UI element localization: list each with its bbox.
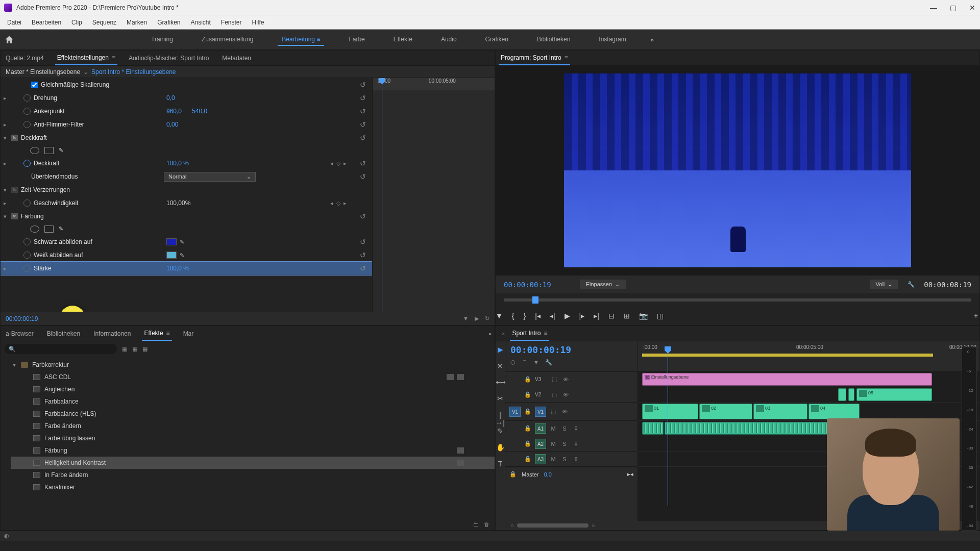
reset-icon[interactable]: ↺ [360, 264, 366, 272]
tab-effects[interactable]: Effekte≡ [142, 327, 172, 341]
delete-icon[interactable]: 🗑 [484, 521, 489, 528]
menu-sequenz[interactable]: Sequenz [87, 17, 121, 28]
tab-effect-controls[interactable]: Effekteinstellungen≡ [55, 51, 117, 65]
tint-amount-value[interactable]: 100,0 % [166, 265, 189, 272]
preset-angleichen[interactable]: Angleichen [11, 383, 495, 395]
clip-video[interactable] [838, 388, 846, 401]
chevron-down-icon[interactable]: ⌄ [83, 68, 88, 76]
preset-faerbung[interactable]: Färbung [11, 444, 495, 457]
tab-markers[interactable]: Mar [181, 327, 196, 340]
eyedropper-icon[interactable]: ✎ [180, 252, 184, 259]
mask-pen-icon[interactable]: ✎ [59, 226, 68, 233]
tab-sequence[interactable]: Sport Intro≡ [510, 327, 549, 341]
reset-icon[interactable]: ↺ [360, 94, 366, 102]
master-value[interactable]: 0,0 [544, 471, 552, 478]
track-record-icon[interactable]: 🎙 [572, 425, 580, 432]
settings-icon[interactable]: 🔧 [545, 359, 552, 367]
razor-tool[interactable]: ✂ [496, 394, 505, 404]
menu-marken[interactable]: Marken [121, 17, 152, 28]
twirl-icon[interactable]: ▾ [4, 213, 7, 220]
ripple-edit-tool[interactable]: ⟷ [496, 378, 505, 387]
wrench-icon[interactable]: 🔧 [908, 281, 915, 288]
track-lock-icon[interactable]: 🔒 [524, 391, 532, 398]
clip-video[interactable]: 05 [856, 388, 932, 401]
rotation-value[interactable]: 0,0 [166, 94, 175, 102]
clip-video-01[interactable]: 01 [642, 404, 698, 419]
reset-icon[interactable]: ↺ [360, 251, 366, 259]
track-mute-icon[interactable]: M [549, 456, 557, 462]
workspace-instagram[interactable]: Instagram [595, 34, 630, 46]
panel-menu-icon[interactable]: ≡ [112, 54, 115, 61]
clip-video-04[interactable]: 04 [808, 404, 860, 419]
extract-button[interactable]: ⊞ [624, 312, 630, 320]
reset-icon[interactable]: ↺ [360, 172, 366, 181]
stopwatch-icon[interactable] [23, 94, 31, 102]
button-editor-icon[interactable]: ＋ [972, 311, 979, 320]
stopwatch-icon[interactable] [23, 199, 31, 207]
preset-in-farbe-aendern[interactable]: In Farbe ändern [11, 469, 495, 481]
clip-video[interactable] [848, 388, 854, 401]
menu-fenster[interactable]: Fenster [216, 17, 247, 28]
mark-out-button[interactable]: } [524, 312, 526, 320]
resolution-dropdown[interactable]: Voll⌄ [870, 280, 899, 289]
stopwatch-icon[interactable] [23, 121, 31, 128]
timeline-ruler[interactable]: :00:00 00:00:05:00 00:00:10:00 [638, 341, 980, 371]
workspace-audio[interactable]: Audio [437, 34, 461, 46]
ec-timecode[interactable]: 00:00:00:19 [6, 315, 38, 322]
next-keyframe-icon[interactable]: ▸ [344, 200, 347, 207]
reset-icon[interactable]: ↺ [360, 107, 366, 115]
program-timecode-in[interactable]: 00:00:00:19 [504, 281, 551, 289]
preset-asc-cdl[interactable]: ASC CDL [11, 371, 495, 383]
home-icon[interactable] [4, 35, 14, 45]
workspace-bibliotheken[interactable]: Bibliotheken [533, 34, 574, 46]
step-back-button[interactable]: ◂| [550, 312, 555, 320]
play-button[interactable]: ▶ [565, 312, 570, 320]
reset-icon[interactable]: ↺ [360, 159, 366, 167]
panel-menu-icon[interactable]: ≡ [544, 330, 547, 337]
opacity-value[interactable]: 100,0 % [166, 160, 189, 167]
mask-rect-icon[interactable] [44, 147, 54, 154]
accelerated-filter-icon[interactable]: ▦ [122, 346, 127, 353]
mark-in-button[interactable]: { [512, 312, 514, 320]
track-sync-icon[interactable]: ⬚ [550, 376, 558, 383]
track-record-icon[interactable]: 🎙 [572, 441, 580, 447]
minimize-button[interactable]: — [930, 4, 937, 11]
panel-menu-icon[interactable]: ≡ [166, 330, 170, 337]
go-to-in-button[interactable]: |◂ [535, 312, 541, 320]
uniform-scale-checkbox[interactable] [31, 82, 38, 88]
menu-ansicht[interactable]: Ansicht [185, 17, 215, 28]
track-label[interactable]: V2 [535, 392, 547, 397]
mask-rect-icon[interactable] [44, 226, 54, 233]
timeline-playhead-icon[interactable] [668, 353, 668, 506]
clip-adjustment-layer[interactable]: fx Einstellungsebene [642, 373, 932, 386]
reset-icon[interactable]: ↺ [360, 238, 366, 246]
close-button[interactable]: ✕ [969, 4, 976, 11]
menu-bearbeiten[interactable]: Bearbeiten [27, 17, 66, 28]
twirl-icon[interactable]: ▾ [4, 187, 7, 193]
track-target-a2[interactable]: A2 [535, 439, 546, 449]
preset-farbbalance[interactable]: Farbbalance [11, 395, 495, 408]
scrollbar-thumb[interactable] [517, 523, 589, 528]
workspace-menu-icon[interactable]: ≡ [316, 36, 320, 43]
preset-farbbalance-hls[interactable]: Farbbalance (HLS) [11, 408, 495, 420]
track-label[interactable]: V3 [535, 377, 547, 382]
zoom-fit-dropdown[interactable]: Einpassen⌄ [580, 280, 626, 289]
stopwatch-icon[interactable] [23, 238, 31, 245]
timeline-timecode[interactable]: 00:00:00:19 [510, 344, 632, 355]
twirl-icon[interactable]: ▸ [4, 95, 7, 102]
track-lock-icon[interactable]: 🔒 [524, 408, 532, 415]
new-bin-icon[interactable]: 🗀 [473, 521, 479, 528]
clip-video-03[interactable]: 03 [753, 404, 807, 419]
track-lock-icon[interactable]: 🔒 [509, 471, 517, 478]
preset-helligkeit-kontrast[interactable]: Helligkeit und Kontrast [11, 457, 495, 469]
prev-keyframe-icon[interactable]: ◂ [330, 160, 333, 167]
workspace-grafiken[interactable]: Grafiken [481, 34, 512, 46]
twirl-icon[interactable]: ▸ [4, 265, 7, 272]
anchor-y-value[interactable]: 540,0 [192, 108, 207, 115]
track-lock-icon[interactable]: 🔒 [524, 425, 532, 432]
track-mute-icon[interactable]: M [549, 441, 557, 447]
reset-icon[interactable]: ↺ [360, 134, 366, 142]
fx-badge-icon[interactable]: fx [11, 135, 18, 141]
lift-button[interactable]: ⊟ [608, 312, 615, 320]
track-mute-icon[interactable]: M [549, 425, 557, 432]
